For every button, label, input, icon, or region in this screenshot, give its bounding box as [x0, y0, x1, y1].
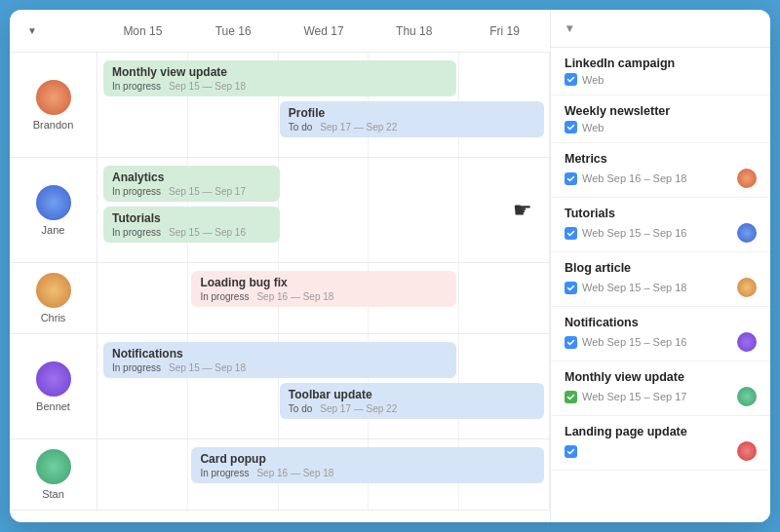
- todo-item[interactable]: Metrics Web Sep 16 – Sep 18: [551, 143, 770, 198]
- calendar-header: ▼ Mon 15Tue 16Wed 17Thu 18Fri 19: [10, 10, 550, 53]
- task-title: Loading bug fix: [200, 276, 447, 289]
- todo-item-meta: Web Sep 15 – Sep 17: [565, 387, 757, 406]
- task-status: In progress: [112, 186, 161, 197]
- task-bar[interactable]: Card popup In progress Sep 16 — Sep 18: [191, 447, 544, 483]
- chevron-down-icon: ▼: [27, 25, 37, 36]
- todo-item-meta-text: Web Sep 15 – Sep 18: [582, 282, 686, 293]
- tasks-area: Monthly view update In progress Sep 15 —…: [98, 53, 550, 157]
- day-col-header: Fri 19: [459, 24, 550, 38]
- task-meta: To do Sep 17 — Sep 22: [289, 403, 535, 414]
- todo-item-meta-text: Web Sep 15 – Sep 17: [582, 391, 686, 402]
- todo-checkbox[interactable]: [565, 282, 577, 294]
- task-dates: Sep 15 — Sep 16: [169, 227, 246, 238]
- todo-avatar: [737, 441, 757, 461]
- todo-panel: ▾ LinkedIn campaign Web Weekly newslette…: [551, 10, 770, 522]
- user-cell: Stan: [10, 439, 98, 510]
- day-col-header: Wed 17: [279, 24, 370, 38]
- todo-item-meta: Web Sep 16 – Sep 18: [565, 169, 757, 188]
- todo-item-meta-text: Web Sep 15 – Sep 16: [582, 336, 686, 348]
- user-row: Bennet Notifications In progress Sep 15 …: [10, 334, 550, 439]
- todo-item-meta-text: Web: [582, 74, 604, 86]
- todo-item-meta: Web Sep 15 – Sep 16: [565, 332, 757, 352]
- todo-avatar: [737, 387, 757, 406]
- todo-item[interactable]: Blog article Web Sep 15 – Sep 18: [551, 252, 770, 307]
- task-title: Toolbar update: [289, 388, 535, 401]
- task-meta: In progress Sep 16 — Sep 18: [200, 468, 535, 478]
- user-cell: Chris: [10, 263, 98, 333]
- todo-checkbox[interactable]: [565, 73, 577, 86]
- task-bar[interactable]: Profile To do Sep 17 — Sep 22: [280, 101, 544, 137]
- task-dates: Sep 15 — Sep 18: [169, 81, 246, 92]
- users-selector[interactable]: ▼: [23, 25, 82, 36]
- todo-item-title: Tutorials: [565, 207, 757, 220]
- task-meta: In progress Sep 15 — Sep 16: [112, 227, 271, 238]
- todo-item-title: Monthly view update: [565, 370, 757, 384]
- task-dates: Sep 17 — Sep 22: [320, 122, 397, 133]
- task-bar[interactable]: Tutorials In progress Sep 15 — Sep 16: [103, 207, 280, 243]
- todo-checkbox[interactable]: [565, 121, 577, 133]
- todo-checkbox[interactable]: [565, 336, 577, 349]
- todo-item-meta: Web: [565, 73, 757, 86]
- day-headers: Mon 15Tue 16Wed 17Thu 18Fri 19: [98, 24, 550, 38]
- todo-avatar: [737, 278, 757, 297]
- todo-checkbox[interactable]: [565, 172, 577, 185]
- task-bar[interactable]: Analytics In progress Sep 15 — Sep 17: [103, 166, 280, 202]
- todo-item-title: LinkedIn campaign: [565, 57, 757, 70]
- task-meta: To do Sep 17 — Sep 22: [289, 122, 535, 133]
- todo-item[interactable]: Monthly view update Web Sep 15 – Sep 17: [551, 361, 770, 416]
- todo-item-meta: Web Sep 15 – Sep 18: [565, 278, 757, 297]
- user-name: Bennet: [36, 400, 70, 412]
- todo-avatar: [737, 332, 757, 352]
- task-dates: Sep 16 — Sep 18: [256, 468, 333, 478]
- user-name: Brandon: [33, 119, 74, 131]
- todo-item-meta: Web: [565, 121, 757, 133]
- tasks-area: Analytics In progress Sep 15 — Sep 17 Tu…: [98, 158, 550, 262]
- task-status: To do: [289, 122, 312, 133]
- todo-checkbox[interactable]: [565, 391, 577, 403]
- task-title: Tutorials: [112, 211, 271, 225]
- user-cell: Brandon: [10, 53, 98, 157]
- todo-collapse-icon[interactable]: ▾: [566, 21, 572, 35]
- task-title: Notifications: [112, 347, 448, 361]
- task-bar[interactable]: Monthly view update In progress Sep 15 —…: [103, 60, 456, 96]
- day-line: [459, 158, 550, 262]
- tasks-area: Loading bug fix In progress Sep 16 — Sep…: [98, 263, 550, 333]
- todo-item[interactable]: Tutorials Web Sep 15 – Sep 16: [551, 198, 770, 252]
- day-line: [98, 439, 188, 510]
- task-bar[interactable]: Notifications In progress Sep 15 — Sep 1…: [103, 342, 456, 378]
- avatar: [36, 80, 71, 115]
- tasks-area: Notifications In progress Sep 15 — Sep 1…: [98, 334, 550, 438]
- calendar-panel: ▼ Mon 15Tue 16Wed 17Thu 18Fri 19 Brandon…: [10, 10, 551, 522]
- task-bar[interactable]: Toolbar update To do Sep 17 — Sep 22: [280, 383, 544, 419]
- task-status: In progress: [112, 362, 161, 373]
- todo-item[interactable]: Weekly newsletter Web: [551, 95, 770, 143]
- task-status: In progress: [112, 227, 161, 238]
- todo-avatar: [737, 223, 757, 243]
- todo-item[interactable]: LinkedIn campaign Web: [551, 48, 770, 95]
- todo-avatar: [737, 169, 757, 188]
- task-title: Analytics: [112, 171, 271, 184]
- todo-item[interactable]: Notifications Web Sep 15 – Sep 16: [551, 307, 770, 361]
- tasks-area: Card popup In progress Sep 16 — Sep 18: [98, 439, 550, 510]
- task-bar[interactable]: Loading bug fix In progress Sep 16 — Sep…: [191, 271, 455, 307]
- cursor-pointer-icon: ☛: [513, 198, 532, 223]
- todo-item[interactable]: Landing page update: [551, 416, 770, 471]
- user-cell: Bennet: [10, 334, 98, 438]
- task-meta: In progress Sep 15 — Sep 17: [112, 186, 271, 197]
- app-container: ▼ Mon 15Tue 16Wed 17Thu 18Fri 19 Brandon…: [10, 10, 770, 522]
- day-col-header: Tue 16: [188, 24, 279, 38]
- avatar: [36, 185, 71, 220]
- todo-item-meta-text: Web: [582, 122, 604, 133]
- todo-checkbox[interactable]: [565, 445, 577, 458]
- day-line: [279, 158, 370, 262]
- day-col-header: Thu 18: [369, 24, 459, 38]
- task-meta: In progress Sep 15 — Sep 18: [112, 362, 448, 373]
- user-name: Chris: [41, 312, 66, 323]
- todo-item-title: Metrics: [565, 152, 757, 166]
- todo-header: ▾: [551, 10, 770, 48]
- user-name: Jane: [42, 224, 65, 236]
- task-dates: Sep 15 — Sep 17: [169, 186, 246, 197]
- task-status: To do: [289, 403, 312, 414]
- avatar: [36, 273, 71, 308]
- todo-checkbox[interactable]: [565, 227, 577, 240]
